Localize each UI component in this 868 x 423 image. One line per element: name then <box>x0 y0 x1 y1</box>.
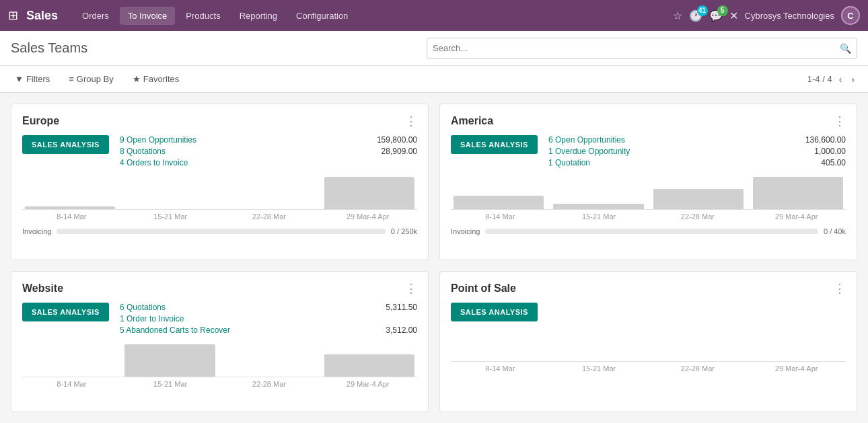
card-header: Point of Sale⋮ <box>451 282 846 295</box>
favorites-icon: ★ <box>133 74 141 84</box>
group-by-button[interactable]: ≡ Group By <box>65 73 118 85</box>
main-menu: Orders To Invoice Products Reporting Con… <box>74 7 667 25</box>
card-link-row: 9 Open Opportunities159,800.00 <box>120 135 417 145</box>
star-icon: ☆ <box>673 9 682 22</box>
chart-wrapper: 8-14 Mar15-21 Mar22-28 Mar29 Mar-4 Apr <box>22 176 417 221</box>
card-link-row: 1 Order to Invoice <box>120 314 417 323</box>
chart-wrapper: 8-14 Mar15-21 Mar22-28 Mar29 Mar-4 Apr <box>451 328 846 373</box>
chart-label: 8-14 Mar <box>22 380 121 388</box>
card-link-1[interactable]: 8 Quotations <box>120 147 166 156</box>
card-links: 6 Quotations5,311.501 Order to Invoice5 … <box>120 303 417 337</box>
card-link-1[interactable]: 1 Order to Invoice <box>120 314 184 323</box>
filters-button[interactable]: ▼ Filters <box>11 73 54 85</box>
card-link-row: 8 Quotations28,909.00 <box>120 147 417 156</box>
close-icon: ✕ <box>729 9 738 22</box>
next-page-button[interactable]: › <box>848 73 857 86</box>
chart-label: 29 Mar-4 Apr <box>747 364 846 373</box>
card-body: SALES ANALYSIS6 Quotations5,311.501 Orde… <box>22 303 417 337</box>
avatar[interactable]: C <box>841 6 860 25</box>
chart-bar <box>653 189 744 209</box>
chart-bar <box>324 354 414 377</box>
chat-icon-btn[interactable]: 💬 5 <box>709 9 723 22</box>
close-icon-btn[interactable]: ✕ <box>729 9 738 22</box>
sales-analysis-button[interactable]: SALES ANALYSIS <box>451 303 538 321</box>
chart-label: 29 Mar-4 Apr <box>747 213 846 221</box>
card-menu-button[interactable]: ⋮ <box>834 115 846 127</box>
chart-bars <box>451 176 846 210</box>
grid-icon[interactable]: ⊞ <box>8 8 18 23</box>
card-link-value: 3,512.00 <box>386 325 417 335</box>
invoicing-label: Invoicing <box>451 227 480 235</box>
menu-configuration[interactable]: Configuration <box>288 7 356 25</box>
invoicing-value: 0 / 250k <box>391 227 417 235</box>
card-header: Europe⋮ <box>22 115 417 127</box>
chart-label: 22-28 Mar <box>220 213 319 221</box>
sales-analysis-button[interactable]: SALES ANALYSIS <box>451 135 538 154</box>
clock-icon-btn[interactable]: 🕐 41 <box>689 9 702 22</box>
card-links: 6 Open Opportunities136,600.001 Overdue … <box>548 135 846 169</box>
chart-label: 22-28 Mar <box>220 380 319 388</box>
invoicing-bar-track <box>57 229 385 234</box>
chart-label: 8-14 Mar <box>451 364 550 373</box>
card-link-value: 136,600.00 <box>805 135 846 145</box>
menu-to-invoice[interactable]: To Invoice <box>120 7 176 25</box>
sales-analysis-button[interactable]: SALES ANALYSIS <box>22 303 109 321</box>
company-name: Cybrosys Technologies <box>745 11 834 21</box>
chart-labels: 8-14 Mar15-21 Mar22-28 Mar29 Mar-4 Apr <box>451 213 846 221</box>
card-title: Website <box>22 282 63 295</box>
search-input[interactable] <box>433 43 840 53</box>
sales-analysis-button[interactable]: SALES ANALYSIS <box>22 135 109 154</box>
chart-label: 8-14 Mar <box>22 213 121 221</box>
chart-bars <box>22 344 417 377</box>
card-link-row: 1 Quotation405.00 <box>548 158 846 167</box>
group-by-icon: ≡ <box>69 74 74 84</box>
chat-badge: 5 <box>717 5 728 16</box>
filter-icon: ▼ <box>15 74 24 84</box>
prev-page-button[interactable]: ‹ <box>836 73 845 86</box>
card-link-value: 1,000.00 <box>814 147 846 156</box>
invoicing-bar-track <box>485 229 818 234</box>
pagination-text: 1-4 / 4 <box>807 74 832 84</box>
card-menu-button[interactable]: ⋮ <box>834 282 846 295</box>
group-by-label: Group By <box>77 74 114 84</box>
card-header: America⋮ <box>451 115 846 127</box>
card-link-0[interactable]: 9 Open Opportunities <box>120 135 196 145</box>
card-menu-button[interactable]: ⋮ <box>405 282 417 295</box>
card-link-2[interactable]: 5 Abandoned Carts to Recover <box>120 325 230 335</box>
card-body: SALES ANALYSIS6 Open Opportunities136,60… <box>451 135 846 169</box>
card-title: Point of Sale <box>451 282 516 295</box>
invoicing-row: Invoicing0 / 250k <box>22 227 417 235</box>
chart-bar <box>324 177 414 209</box>
search-bar[interactable]: 🔍 <box>427 38 857 59</box>
star-icon-btn[interactable]: ☆ <box>673 9 682 22</box>
card-menu-button[interactable]: ⋮ <box>405 115 417 127</box>
menu-orders[interactable]: Orders <box>74 7 117 25</box>
card-link-2[interactable]: 4 Orders to Invoice <box>120 158 188 167</box>
card-link-0[interactable]: 6 Quotations <box>120 303 166 312</box>
team-card-europe: Europe⋮SALES ANALYSIS9 Open Opportunitie… <box>11 104 429 260</box>
chart-label: 15-21 Mar <box>121 380 220 388</box>
card-link-1[interactable]: 1 Overdue Opportunity <box>548 147 630 156</box>
chart-bar <box>25 206 115 209</box>
chart-bar <box>553 204 643 209</box>
chart-label: 22-28 Mar <box>649 364 748 373</box>
menu-reporting[interactable]: Reporting <box>231 7 285 25</box>
chart-wrapper: 8-14 Mar15-21 Mar22-28 Mar29 Mar-4 Apr <box>451 176 846 221</box>
page-title: Sales Teams <box>11 40 87 56</box>
filter-bar: ▼ Filters ≡ Group By ★ Favorites 1-4 / 4… <box>0 66 868 93</box>
card-link-row: 6 Open Opportunities136,600.00 <box>548 135 846 145</box>
team-card-pos: Point of Sale⋮SALES ANALYSIS8-14 Mar15-2… <box>439 271 857 413</box>
favorites-button[interactable]: ★ Favorites <box>129 73 183 85</box>
chart-wrapper: 8-14 Mar15-21 Mar22-28 Mar29 Mar-4 Apr <box>22 344 417 388</box>
card-link-row: 5 Abandoned Carts to Recover3,512.00 <box>120 325 417 335</box>
menu-products[interactable]: Products <box>178 7 228 25</box>
chart-bar <box>753 177 843 209</box>
card-title: America <box>451 115 493 127</box>
invoicing-label: Invoicing <box>22 227 51 235</box>
card-link-0[interactable]: 6 Open Opportunities <box>548 135 625 145</box>
card-link-2[interactable]: 1 Quotation <box>548 158 590 167</box>
chart-labels: 8-14 Mar15-21 Mar22-28 Mar29 Mar-4 Apr <box>22 380 417 388</box>
chart-bar <box>124 344 215 377</box>
subheader: Sales Teams 🔍 <box>0 31 868 66</box>
chart-label: 15-21 Mar <box>121 213 220 221</box>
